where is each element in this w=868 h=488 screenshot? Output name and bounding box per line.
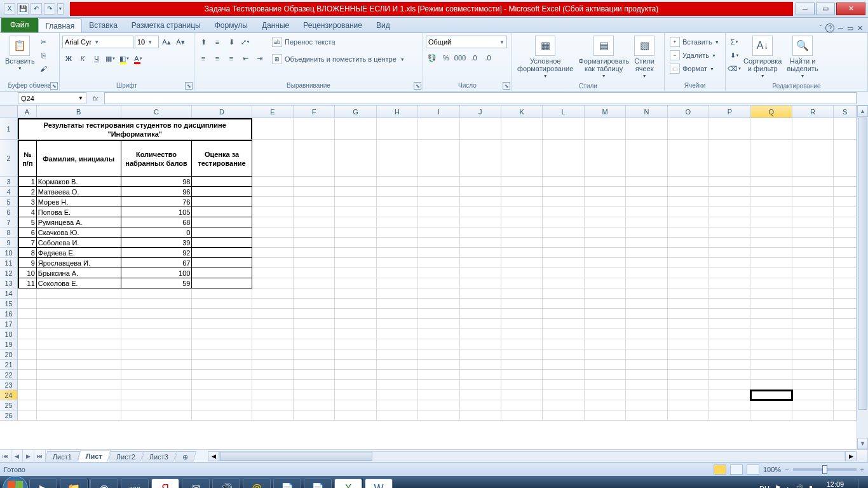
cell[interactable] xyxy=(460,349,501,360)
autosum-icon[interactable]: Σ▼ xyxy=(728,36,741,48)
paste-button[interactable]: 📋 Вставить ▼ xyxy=(3,34,37,74)
cell[interactable] xyxy=(252,187,294,197)
cell[interactable] xyxy=(460,207,501,217)
cell[interactable] xyxy=(18,380,37,390)
cell[interactable] xyxy=(18,329,37,339)
cell[interactable] xyxy=(668,309,709,319)
cell[interactable] xyxy=(501,268,543,278)
cell[interactable] xyxy=(335,268,376,278)
hscroll-thumb[interactable] xyxy=(220,452,372,461)
cell[interactable] xyxy=(335,177,376,187)
cell[interactable] xyxy=(121,360,193,370)
cell[interactable] xyxy=(543,309,584,319)
cell[interactable] xyxy=(192,390,252,400)
cell[interactable] xyxy=(294,410,335,421)
cell[interactable] xyxy=(377,390,418,400)
delete-cells-button[interactable]: −Удалить▼ xyxy=(667,49,719,62)
cell[interactable] xyxy=(668,319,709,329)
cell[interactable] xyxy=(121,390,193,400)
cell[interactable] xyxy=(792,227,834,238)
tab-layout[interactable]: Разметка страницы xyxy=(125,18,208,32)
cell[interactable] xyxy=(792,197,834,207)
cell[interactable] xyxy=(418,197,459,207)
cell[interactable] xyxy=(585,217,626,227)
cell[interactable] xyxy=(460,370,501,380)
cell[interactable] xyxy=(192,227,252,238)
cell[interactable] xyxy=(543,118,584,140)
cell[interactable] xyxy=(37,319,121,329)
cell[interactable] xyxy=(294,238,335,248)
cell[interactable] xyxy=(460,217,501,227)
cell[interactable] xyxy=(192,238,252,248)
sheet-nav-last-icon[interactable]: ⏭ xyxy=(34,450,46,462)
cell[interactable] xyxy=(543,248,584,258)
cell[interactable] xyxy=(585,400,626,410)
cell[interactable] xyxy=(192,380,252,390)
cell[interactable] xyxy=(792,248,834,258)
tab-review[interactable]: Рецензирование xyxy=(296,18,369,32)
cell[interactable] xyxy=(750,309,792,319)
cell[interactable] xyxy=(121,380,193,390)
align-bottom-icon[interactable]: ⬇ xyxy=(225,36,238,48)
cell[interactable] xyxy=(377,207,418,217)
grow-font-icon[interactable]: A▴ xyxy=(160,36,173,48)
cell[interactable] xyxy=(668,400,709,410)
cell[interactable] xyxy=(377,197,418,207)
tab-data[interactable]: Данные xyxy=(255,18,296,32)
cell[interactable] xyxy=(294,380,335,390)
cell[interactable] xyxy=(585,339,626,349)
row-header-20[interactable]: 20 xyxy=(0,349,18,360)
cell[interactable] xyxy=(377,278,418,288)
cell[interactable] xyxy=(192,207,252,217)
cell[interactable] xyxy=(294,118,335,140)
doc-restore-icon[interactable]: ▭ xyxy=(847,24,853,32)
cell[interactable] xyxy=(585,299,626,309)
cell[interactable] xyxy=(460,410,501,421)
column-header-H[interactable]: H xyxy=(377,105,418,118)
cell[interactable] xyxy=(626,177,667,187)
cell[interactable]: 11 xyxy=(18,278,37,288)
cell[interactable] xyxy=(460,187,501,197)
cell[interactable] xyxy=(709,380,750,390)
cell[interactable]: Морев Н. xyxy=(37,197,121,207)
cell[interactable] xyxy=(792,268,834,278)
row-header-15[interactable]: 15 xyxy=(0,299,18,309)
cell[interactable] xyxy=(460,288,501,299)
cell[interactable] xyxy=(252,329,294,339)
cell[interactable]: 105 xyxy=(121,207,193,217)
cell[interactable] xyxy=(192,177,252,187)
cell[interactable] xyxy=(834,278,857,288)
cell[interactable] xyxy=(792,299,834,309)
cell[interactable] xyxy=(585,177,626,187)
cell[interactable] xyxy=(460,390,501,400)
column-headers[interactable]: ABCDEFGHIJKLMNOPQRS xyxy=(18,105,857,118)
row-header-23[interactable]: 23 xyxy=(0,380,18,390)
cell[interactable] xyxy=(750,390,792,400)
cell[interactable] xyxy=(709,319,750,329)
cell[interactable] xyxy=(121,288,193,299)
cell[interactable] xyxy=(501,380,543,390)
cell[interactable] xyxy=(626,410,667,421)
cell[interactable] xyxy=(709,227,750,238)
cell[interactable] xyxy=(585,349,626,360)
cell[interactable] xyxy=(192,288,252,299)
column-header-C[interactable]: C xyxy=(121,105,193,118)
cell[interactable] xyxy=(501,217,543,227)
row-header-25[interactable]: 25 xyxy=(0,400,18,410)
cell[interactable] xyxy=(668,140,709,177)
cell[interactable] xyxy=(37,390,121,400)
format-cells-button[interactable]: ⬚Формат▼ xyxy=(667,62,717,75)
cell[interactable] xyxy=(460,118,501,140)
cell[interactable] xyxy=(377,349,418,360)
cell[interactable] xyxy=(460,329,501,339)
cell[interactable] xyxy=(668,349,709,360)
cell[interactable] xyxy=(192,187,252,197)
cell[interactable] xyxy=(834,268,857,278)
alignment-expand-icon[interactable]: ⬊ xyxy=(414,82,421,90)
select-all-corner[interactable] xyxy=(0,105,18,118)
row-header-1[interactable]: 1 xyxy=(0,118,18,140)
align-right-icon[interactable]: ≡ xyxy=(225,52,238,65)
cell[interactable] xyxy=(792,140,834,177)
cell[interactable] xyxy=(792,217,834,227)
cell[interactable] xyxy=(501,299,543,309)
